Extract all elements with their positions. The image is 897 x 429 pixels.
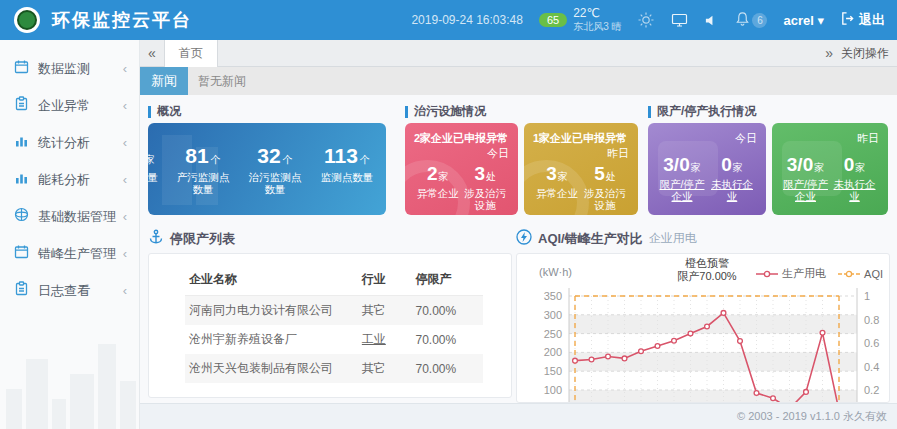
city-skyline-watermark <box>0 334 140 429</box>
stat-noncompliant-enterprises: 0家 未执行企业 <box>830 154 879 202</box>
temperature: 22℃ <box>573 7 621 19</box>
stat-noncompliant-enterprises: 0家 未执行企业 <box>707 154 757 202</box>
industry-link[interactable]: 工业 <box>358 325 412 354</box>
anchor-icon <box>148 229 170 248</box>
treatment-headline-link[interactable]: 1家企业已申报异常 <box>533 131 629 146</box>
aqi-chart-panel: 35030025020015010010.80.60.40.2 (kW·h) 橙… <box>516 253 890 403</box>
main-area: « 首页 » 关闭操作 新闻 暂无新闻 概况 治污设施情况 限产/停产执行情况 <box>140 40 897 429</box>
section-title-production: 限产/停产执行情况 <box>648 103 756 120</box>
tabs-scroll-right-icon[interactable]: » <box>817 45 841 61</box>
aqi-badge: 65 <box>539 13 567 27</box>
platform-logo-icon <box>14 7 40 33</box>
svg-text:1: 1 <box>864 290 870 302</box>
clipboard-icon <box>14 96 29 115</box>
tab-home[interactable]: 首页 <box>164 40 218 67</box>
noncompliant-enterprises-link[interactable]: 未执行企业 <box>707 178 757 202</box>
col-enterprise-name: 企业名称 <box>185 264 358 296</box>
table-row: 河南同力电力设计有限公司 其它 70.00% <box>185 296 483 326</box>
treatment-today-card[interactable]: 2家企业已申报异常 今日 2家 异常企业 3处 涉及治污设施 <box>405 123 518 215</box>
chevron-left-icon: ‹ <box>123 98 127 113</box>
lightning-circle-icon <box>516 229 538 248</box>
sidebar-item-base-data[interactable]: 基础数据管理‹ <box>0 198 139 235</box>
sidebar-item-statistics[interactable]: 统计分析‹ <box>0 124 139 161</box>
section-accent <box>148 106 151 118</box>
section-accent <box>405 106 408 118</box>
treatment-yesterday-card[interactable]: 1家企业已申报异常 昨日 3家 异常企业 5处 涉及治污设施 <box>524 123 638 215</box>
user-menu[interactable]: acrel ▾ <box>783 13 824 28</box>
overview-stats-card: 19家 企业数量 81个 产污监测点数量 32个 治污监测点数量 113个 监测… <box>148 123 386 215</box>
notifications[interactable]: 6 <box>735 11 767 30</box>
treatment-headline-link[interactable]: 2家企业已申报异常 <box>414 131 509 146</box>
production-yesterday-card[interactable]: 昨日 3/0家 限产/停产企业 0家 未执行企业 <box>772 123 888 215</box>
chevron-left-icon: ‹ <box>123 61 127 76</box>
bar-chart-icon <box>14 170 29 189</box>
stat-enterprise-count: 19家 企业数量 <box>148 144 162 195</box>
legend-aqi[interactable]: AQI <box>838 268 883 280</box>
chevron-left-icon: ‹ <box>123 246 127 261</box>
col-industry: 行业 <box>358 264 412 296</box>
svg-text:350: 350 <box>544 290 562 302</box>
caret-down-icon: ▾ <box>817 13 824 28</box>
logout-button[interactable]: 退出 <box>840 11 885 29</box>
legend-production-power[interactable]: 生产用电 <box>756 266 826 281</box>
chevron-left-icon: ‹ <box>123 172 127 187</box>
production-today-card[interactable]: 今日 3/0家 限产/停产企业 0家 未执行企业 <box>648 123 766 215</box>
y-axis-unit-label: (kW·h) <box>539 266 572 278</box>
sidebar: 数据监测‹ 企业异常‹ 统计分析‹ 能耗分析‹ 基础数据管理‹ 错峰生产管理‹ … <box>0 40 140 429</box>
chevron-left-icon: ‹ <box>123 135 127 150</box>
section-accent <box>648 106 651 118</box>
sidebar-item-logs[interactable]: 日志查看‹ <box>0 272 139 309</box>
sidebar-item-peak-production[interactable]: 错峰生产管理‹ <box>0 235 139 272</box>
limited-enterprises-link[interactable]: 限产/停产企业 <box>781 178 830 202</box>
sidebar-item-energy-analysis[interactable]: 能耗分析‹ <box>0 161 139 198</box>
stop-limit-table: 企业名称 行业 停限产 河南同力电力设计有限公司 其它 70.00% 沧州宇新养… <box>185 264 483 383</box>
limited-enterprises-link[interactable]: 限产/停产企业 <box>657 178 707 202</box>
clipboard-icon <box>14 281 29 300</box>
col-stop-limit: 停限产 <box>411 264 483 296</box>
stat-abnormal-enterprises: 2家 异常企业 <box>414 163 462 211</box>
sidebar-item-enterprise-anomaly[interactable]: 企业异常‹ <box>0 87 139 124</box>
wind-condition: 东北风3 晴 <box>573 21 621 33</box>
chevron-left-icon: ‹ <box>123 209 127 224</box>
table-row: 沧州天兴包装制品有限公司 其它 70.00% <box>185 354 483 383</box>
chart-subtitle: 企业用电 <box>649 230 697 247</box>
svg-text:0.6: 0.6 <box>864 337 879 349</box>
svg-text:100: 100 <box>544 384 562 396</box>
close-operations-menu[interactable]: 关闭操作 <box>841 45 897 62</box>
globe-icon <box>14 207 29 226</box>
section-title-stop-limit-list: 停限产列表 <box>148 229 235 248</box>
datetime: 2019-09-24 16:03:48 <box>411 13 522 27</box>
app-window: 环保监控云平台 2019-09-24 16:03:48 65 22℃ 东北风3 … <box>0 0 897 429</box>
svg-text:0.4: 0.4 <box>864 361 879 373</box>
stat-abnormal-enterprises: 3家 异常企业 <box>533 163 581 211</box>
news-tab[interactable]: 新闻 <box>140 67 188 95</box>
bell-icon <box>735 11 750 30</box>
dashboard-content: 概况 治污设施情况 限产/停产执行情况 19家 企业数量 <box>140 95 897 403</box>
sidebar-item-data-monitoring[interactable]: 数据监测‹ <box>0 50 139 87</box>
calendar-icon <box>14 244 29 263</box>
copyright-text: © 2003 - 2019 v1.1.0 永久有效 <box>737 409 887 424</box>
svg-text:0.8: 0.8 <box>864 314 879 326</box>
section-title-treatment: 治污设施情况 <box>405 103 486 120</box>
logout-icon <box>840 11 855 29</box>
monitor-icon[interactable] <box>671 12 688 28</box>
stat-monitor-points: 113个 监测点数量 <box>316 144 378 195</box>
sun-icon <box>637 11 655 29</box>
svg-text:300: 300 <box>544 309 562 321</box>
svg-text:200: 200 <box>544 346 562 358</box>
bar-chart-icon <box>14 133 29 152</box>
table-row: 沧州宇新养殖设备厂 工业 70.00% <box>185 325 483 354</box>
svg-text:150: 150 <box>544 365 562 377</box>
tabs-scroll-left-icon[interactable]: « <box>140 45 164 61</box>
chevron-left-icon: ‹ <box>123 283 127 298</box>
footer-bar: © 2003 - 2019 v1.1.0 永久有效 <box>140 403 897 429</box>
section-title-overview: 概况 <box>148 103 181 120</box>
stat-facilities-involved: 3处 涉及治污设施 <box>462 163 510 211</box>
news-bar: 新闻 暂无新闻 <box>140 67 897 95</box>
stat-facilities-involved: 5处 涉及治污设施 <box>581 163 629 211</box>
stat-pollution-points: 81个 产污监测点数量 <box>172 144 234 195</box>
notification-count-badge: 6 <box>752 13 767 28</box>
speaker-icon[interactable] <box>704 13 719 28</box>
svg-text:250: 250 <box>544 328 562 340</box>
noncompliant-enterprises-link[interactable]: 未执行企业 <box>830 178 879 202</box>
